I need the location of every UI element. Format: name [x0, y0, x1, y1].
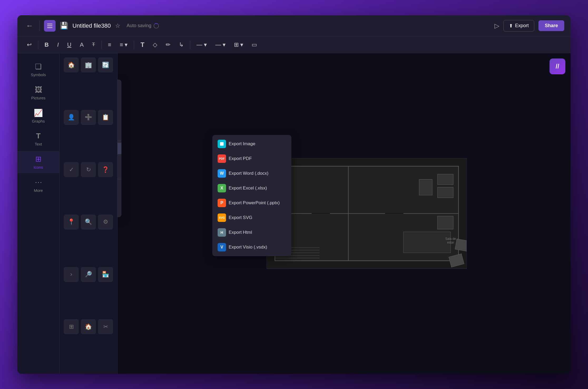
star-icon[interactable]: ☆: [115, 22, 120, 29]
sidebar-item-symbols[interactable]: ❏ Symbols: [17, 59, 59, 81]
underline-button[interactable]: U: [64, 39, 75, 50]
sidebar-label-icons: Icons: [34, 165, 43, 169]
save-icon[interactable]: 💾: [60, 22, 68, 30]
menu-item-export-svg[interactable]: SVG Export SVG: [212, 210, 291, 225]
titlebar-right: ▷ ⬆ Export Share: [494, 20, 564, 32]
menu-button[interactable]: [44, 20, 56, 32]
sidebar-item-more[interactable]: ⋯ More: [17, 174, 59, 196]
menu-item-export-excel[interactable]: X Export Excel (.xlsx): [212, 181, 291, 196]
menu-item-import-data[interactable]: Import Data: [117, 128, 121, 139]
icon-cell[interactable]: 🔄: [98, 57, 113, 72]
grid-button[interactable]: ⊞ ▾: [231, 39, 246, 50]
bold-button[interactable]: B: [41, 39, 52, 50]
shapes-button[interactable]: ◇: [150, 39, 160, 50]
icon-cell[interactable]: ✓: [64, 162, 79, 177]
file-sep-2: [117, 179, 121, 179]
avatar: //: [550, 59, 565, 74]
sidebar: ❏ Symbols 🖼 Pictures 📈 Graphs T Text ⊞ I…: [17, 53, 60, 374]
menu-item-save[interactable]: Save Ctrl+S: [117, 93, 121, 104]
sidebar-item-icons[interactable]: ⊞ Icons: [17, 151, 59, 173]
export-image-label: Export Image: [229, 141, 255, 147]
export-pdf-label: Export PDF: [229, 156, 252, 161]
icon-cell[interactable]: 🏠: [64, 57, 79, 72]
align-button[interactable]: ≡: [105, 39, 115, 50]
auto-save-status: Auto saving: [127, 23, 159, 28]
icon-cell[interactable]: 📋: [98, 110, 113, 125]
svg-rect-8: [419, 179, 432, 195]
svg-text:Sala de: Sala de: [445, 237, 456, 241]
menu-item-export[interactable]: Export ›: [117, 143, 121, 154]
line-style-button[interactable]: — ▾: [193, 39, 210, 50]
export-icon: ⬆: [509, 23, 513, 29]
menu-item-export-ppt[interactable]: P Export PowerPoint (.pptx): [212, 196, 291, 210]
export-submenu: Export Image PDF Export PDF W Export Wor…: [212, 135, 291, 256]
icon-cell[interactable]: ✂: [98, 319, 113, 334]
icon-cell[interactable]: 👤: [64, 110, 79, 125]
menu-item-home[interactable]: Home: [117, 81, 121, 93]
export-visio-label: Export Visio (.vsdx): [229, 245, 267, 250]
sidebar-item-graphs[interactable]: 📈 Graphs: [17, 105, 59, 127]
file-title: Untitled file380: [72, 22, 111, 29]
sidebar-item-pictures[interactable]: 🖼 Pictures: [17, 82, 59, 104]
pen-button[interactable]: ✏: [163, 39, 174, 50]
italic-button[interactable]: I: [54, 39, 62, 50]
export-image-icon: [218, 140, 226, 148]
play-button[interactable]: ▷: [494, 22, 499, 30]
titlebar: ← 💾 Untitled file380 ☆ Auto saving ▷ ⬆ E…: [17, 15, 571, 36]
icon-cell[interactable]: ⚙: [98, 215, 113, 230]
svg-rect-7: [438, 187, 453, 198]
svg-text:estar: estar: [447, 241, 454, 244]
export-button[interactable]: ⬆ Export: [503, 20, 534, 32]
icon-cell[interactable]: 🏠: [81, 319, 96, 334]
main-area: ❏ Symbols 🖼 Pictures 📈 Graphs T Text ⊞ I…: [17, 53, 571, 374]
pictures-icon: 🖼: [35, 85, 42, 94]
back-button[interactable]: ←: [24, 20, 35, 32]
file-sep-1: [117, 141, 121, 141]
icon-cell[interactable]: ➕: [81, 110, 96, 125]
menu-item-print[interactable]: Print Ctrl+P: [117, 166, 121, 177]
icon-cell[interactable]: ›: [64, 267, 79, 282]
menu-item-default-setting[interactable]: Default Setting: [117, 192, 121, 204]
toolbar-sep-1: [38, 41, 38, 49]
export-html-icon: H: [218, 228, 226, 237]
icon-cell[interactable]: ⊞: [64, 319, 79, 334]
export-html-label: Export Html: [229, 230, 252, 235]
icon-cell[interactable]: ❓: [98, 162, 113, 177]
canvas-area[interactable]: Sala de estar: [117, 53, 571, 374]
sidebar-label-text: Text: [35, 142, 42, 146]
line-style2-button[interactable]: — ▾: [212, 39, 229, 50]
icons-icon: ⊞: [35, 155, 41, 163]
menu-item-export-pdf[interactable]: PDF Export PDF: [212, 151, 291, 166]
icon-panel: 🏠 🏢 🔄 👤 ➕ 📋 ✓ ↻ ❓ 📍 🔍 ⚙ › 🔎 🏪: [60, 53, 117, 374]
icon-cell[interactable]: 🔍: [81, 215, 96, 230]
menu-item-rename[interactable]: Rename: [117, 104, 121, 116]
sidebar-item-text[interactable]: T Text: [17, 128, 59, 150]
font-color-button[interactable]: A: [77, 39, 87, 50]
sidebar-label-more: More: [34, 188, 43, 193]
connector-button[interactable]: ↳: [176, 39, 187, 50]
text-button[interactable]: T: [137, 39, 148, 51]
export-visio-icon: V: [218, 243, 226, 251]
icon-cell[interactable]: 🔎: [81, 267, 96, 282]
icon-cell[interactable]: 📍: [64, 215, 79, 230]
menu-item-export-visio[interactable]: V Export Visio (.vsdx): [212, 240, 291, 255]
sidebar-label-symbols: Symbols: [31, 72, 46, 77]
menu-item-export-html[interactable]: H Export Html: [212, 225, 291, 240]
icon-cell[interactable]: ↻: [81, 162, 96, 177]
icon-cell[interactable]: 🏢: [81, 57, 96, 72]
menu-item-star[interactable]: Star: [117, 204, 121, 216]
share-button[interactable]: Share: [538, 20, 564, 31]
icon-cell[interactable]: 🏪: [98, 267, 113, 282]
undo-button[interactable]: ↩: [24, 39, 35, 50]
toolbar-sep-4: [190, 41, 190, 49]
menu-item-page-setup[interactable]: Page Setup F6: [117, 181, 121, 192]
menu-item-export-word[interactable]: W Export Word (.docx): [212, 166, 291, 181]
menu-item-export-image[interactable]: Export Image: [212, 137, 291, 151]
align-options-button[interactable]: ≡ ▾: [116, 39, 131, 50]
menu-item-download[interactable]: Download: [117, 154, 121, 166]
toolbar: ↩ B I U A T ≡ ≡ ▾ T ◇ ✏ ↳ — ▾ — ▾ ⊞ ▾ ▭: [17, 36, 571, 53]
strikethrough-button[interactable]: T: [89, 40, 98, 50]
frame-button[interactable]: ▭: [248, 39, 260, 50]
svg-rect-14: [455, 239, 467, 251]
menu-item-encrypt[interactable]: Encrypt: [117, 116, 121, 128]
